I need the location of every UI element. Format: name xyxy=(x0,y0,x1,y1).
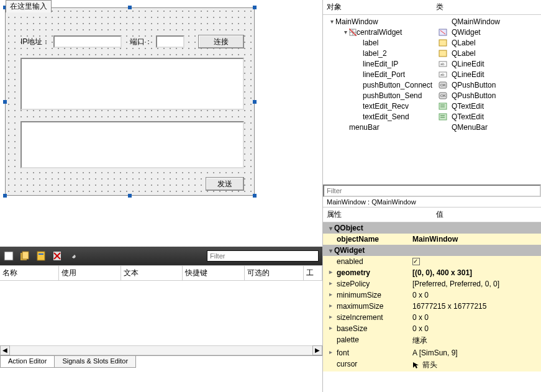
object-name: label xyxy=(363,39,378,47)
property-grid[interactable]: ▾ QObjectobjectNameMainWindow▾ QWidgeten… xyxy=(323,222,541,371)
object-name: pushButton_Connect xyxy=(363,81,432,89)
property-title: MainWindow : QMainWindow xyxy=(323,197,541,207)
tree-caret-icon[interactable]: ▾ xyxy=(342,29,349,35)
chevron-down-icon: ▾ xyxy=(327,225,334,232)
property-row[interactable]: palette继承 xyxy=(323,334,541,347)
svg-rect-15 xyxy=(439,50,447,57)
object-tree-row[interactable]: ▾MainWindowQMainWindow xyxy=(323,16,541,27)
action-toolbar xyxy=(0,247,322,265)
object-class: QWidget xyxy=(452,28,481,37)
svg-text:OK: OK xyxy=(440,94,446,98)
checkbox-icon[interactable] xyxy=(412,258,420,265)
port-label: 端口： xyxy=(130,37,152,47)
property-filter-input[interactable] xyxy=(323,185,541,197)
object-name: label_2 xyxy=(363,49,387,58)
svg-text:ab: ab xyxy=(440,73,445,76)
scroll-right-icon[interactable]: ▶ xyxy=(312,345,322,355)
new-icon[interactable] xyxy=(4,251,14,261)
object-name: textEdit_Send xyxy=(363,112,409,121)
action-col-header[interactable]: 文本 xyxy=(121,266,183,280)
property-header-value: 值 xyxy=(432,207,542,222)
objtree-header-class: 类 xyxy=(432,0,542,14)
editor-tab[interactable]: Action Editor xyxy=(0,356,55,368)
action-col-header[interactable]: 工 xyxy=(304,266,322,280)
action-grid: 名称使用文本快捷键可选的工 ◀ ▶ Action EditorSignals &… xyxy=(0,265,322,368)
object-name: MainWindow xyxy=(335,17,378,26)
expand-icon[interactable]: ▸ xyxy=(327,280,334,286)
object-tree-row[interactable]: textEdit_SendQTextEdit xyxy=(323,111,541,122)
cursor-arrow-icon xyxy=(412,362,420,369)
scroll-left-icon[interactable]: ◀ xyxy=(0,345,10,355)
expand-icon[interactable]: ▸ xyxy=(327,349,334,355)
property-row[interactable]: ▸sizePolicy[Preferred, Preferred, 0, 0] xyxy=(323,278,541,289)
action-col-header[interactable]: 名称 xyxy=(0,266,59,280)
object-class: QMenuBar xyxy=(452,123,488,132)
property-row[interactable]: enabled xyxy=(323,256,541,267)
property-row[interactable]: ▸maximumSize16777215 x 16777215 xyxy=(323,301,541,312)
expand-icon[interactable]: ▸ xyxy=(327,302,334,309)
tree-caret-icon[interactable]: ▾ xyxy=(328,18,335,25)
object-tree[interactable]: ▾MainWindowQMainWindow▾centralWidgetQWid… xyxy=(323,15,541,135)
action-col-header[interactable]: 使用 xyxy=(59,266,121,280)
object-tree-row[interactable]: textEdit_RecvQTextEdit xyxy=(323,101,541,111)
property-row[interactable]: ▸baseSize0 x 0 xyxy=(323,323,541,334)
svg-rect-14 xyxy=(439,40,447,46)
object-tree-row[interactable]: lineEdit_IPabQLineEdit xyxy=(323,58,541,69)
property-header-name: 属性 xyxy=(323,207,432,222)
object-tree-row[interactable]: labelQLabel xyxy=(323,37,541,48)
object-class: QPushButton xyxy=(452,81,496,89)
form-designer[interactable]: 在这里输入 IP地址： 端口： 连接 发送 xyxy=(0,0,322,247)
object-name: centralWidget xyxy=(357,28,402,37)
recv-textarea[interactable] xyxy=(20,58,244,110)
property-section-header[interactable]: ▾ QObject xyxy=(323,222,541,234)
menubar-placeholder[interactable]: 在这里输入 xyxy=(6,0,52,12)
property-row[interactable]: objectNameMainWindow xyxy=(323,234,541,245)
property-section-header[interactable]: ▾ QWidget xyxy=(323,245,541,256)
svg-rect-4 xyxy=(39,253,43,255)
object-tree-row[interactable]: menuBarQMenuBar xyxy=(323,122,541,132)
expand-icon[interactable]: ▸ xyxy=(327,324,334,331)
object-tree-row[interactable]: pushButton_ConnectOKQPushButton xyxy=(323,80,541,90)
action-filter-input[interactable] xyxy=(207,250,319,262)
object-name: pushButton_Send xyxy=(363,91,422,100)
object-class: QLineEdit xyxy=(452,70,484,79)
send-textarea[interactable] xyxy=(20,121,244,168)
object-tree-row[interactable]: label_2QLabel xyxy=(323,48,541,58)
paste-icon[interactable] xyxy=(36,251,46,261)
object-class: QTextEdit xyxy=(452,102,484,111)
delete-icon[interactable] xyxy=(52,251,62,261)
port-input[interactable] xyxy=(156,35,184,48)
send-button[interactable]: 发送 xyxy=(206,177,244,191)
object-class: QMainWindow xyxy=(452,17,500,26)
object-class: QTextEdit xyxy=(452,112,484,121)
form-canvas[interactable]: IP地址： 端口： 连接 发送 xyxy=(5,7,255,196)
hscroll-track[interactable] xyxy=(10,345,312,355)
property-row[interactable]: cursor 箭头 xyxy=(323,358,541,371)
expand-icon[interactable]: ▸ xyxy=(327,313,334,320)
object-name: menuBar xyxy=(349,123,380,132)
object-name: lineEdit_IP xyxy=(363,60,398,68)
object-name: textEdit_Recv xyxy=(363,102,409,111)
action-col-header[interactable]: 快捷键 xyxy=(183,266,245,280)
svg-rect-2 xyxy=(22,252,29,259)
object-class: QPushButton xyxy=(452,91,496,100)
expand-icon[interactable]: ▸ xyxy=(327,291,334,298)
property-row[interactable]: ▸sizeIncrement0 x 0 xyxy=(323,312,541,323)
expand-icon[interactable]: ▸ xyxy=(327,268,334,275)
svg-rect-3 xyxy=(37,252,45,260)
svg-text:ab: ab xyxy=(440,62,445,66)
property-row[interactable]: ▸geometry[(0, 0), 400 x 301] xyxy=(323,267,541,278)
connect-button[interactable]: 连接 xyxy=(198,35,244,48)
property-row[interactable]: ▸minimumSize0 x 0 xyxy=(323,289,541,301)
object-tree-row[interactable]: ▾centralWidgetQWidget xyxy=(323,27,541,37)
copy-icon[interactable] xyxy=(20,251,30,261)
action-col-header[interactable]: 可选的 xyxy=(245,266,304,280)
wrench-icon[interactable] xyxy=(68,251,78,261)
ip-label: IP地址： xyxy=(20,37,50,47)
object-tree-row[interactable]: lineEdit_PortabQLineEdit xyxy=(323,69,541,80)
object-tree-row[interactable]: pushButton_SendOKQPushButton xyxy=(323,90,541,101)
editor-tab[interactable]: Signals & Slots Editor xyxy=(54,356,136,368)
ip-input[interactable] xyxy=(53,35,122,48)
object-name: lineEdit_Port xyxy=(363,70,405,79)
property-row[interactable]: ▸fontA [SimSun, 9] xyxy=(323,347,541,358)
